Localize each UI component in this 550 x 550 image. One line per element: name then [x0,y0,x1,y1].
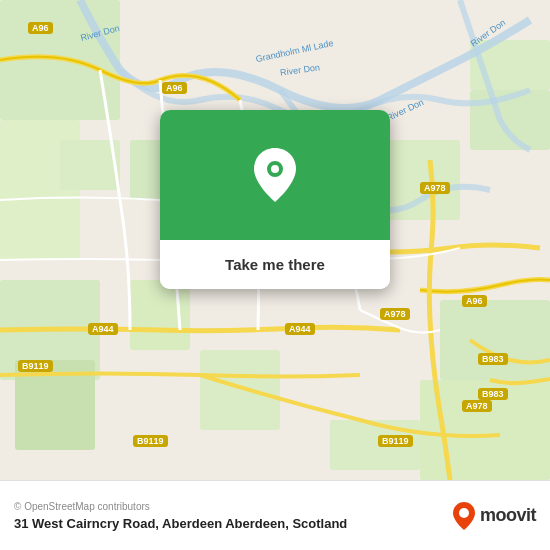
svg-rect-8 [200,350,280,430]
osm-attribution: © OpenStreetMap contributors [14,501,450,512]
svg-rect-5 [130,280,190,350]
footer-text: © OpenStreetMap contributors 31 West Cai… [14,501,450,531]
svg-point-16 [271,165,279,173]
footer-bar: © OpenStreetMap contributors 31 West Cai… [0,480,550,550]
address-country: Scotland [292,516,347,531]
popup-header [160,110,390,240]
location-popup: Take me there [160,110,390,289]
svg-point-17 [459,508,469,518]
location-pin-icon [249,144,301,206]
moovit-text-label: moovit [480,505,536,526]
svg-rect-10 [440,300,550,380]
address-main: 31 West Cairncry Road, Aberdeen Aberdeen… [14,516,289,531]
svg-rect-9 [330,420,420,470]
map-view: A96 A96 A92 A978 A978 A978 A96 A944 A944… [0,0,550,480]
take-me-there-button[interactable]: Take me there [160,240,390,289]
address-display: 31 West Cairncry Road, Aberdeen Aberdeen… [14,516,450,531]
moovit-logo: moovit [450,500,536,532]
moovit-pin-icon [450,500,478,532]
